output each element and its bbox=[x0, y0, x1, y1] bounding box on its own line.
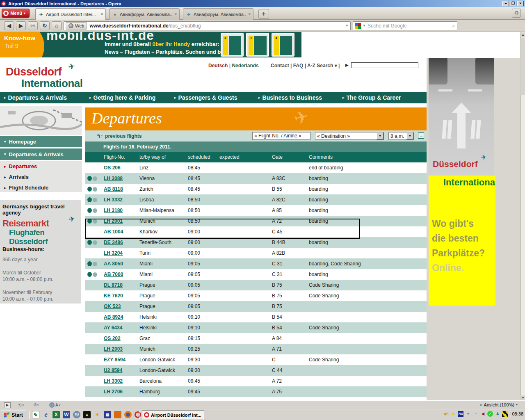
new-tab-button[interactable]: + bbox=[258, 9, 269, 19]
site-logo-line1[interactable]: Düsseldorf bbox=[6, 66, 62, 78]
flight-link[interactable]: AB 8924 bbox=[104, 314, 123, 320]
language-indicator[interactable]: RU bbox=[458, 411, 463, 417]
vertical-scrollbar[interactable]: ▲ ▼ bbox=[520, 32, 525, 400]
site-logo-line2[interactable]: International bbox=[21, 77, 83, 90]
search-icon[interactable]: ⌕ bbox=[452, 23, 455, 29]
nav-business[interactable]: ▸Business to Business bbox=[258, 92, 322, 103]
flight-link[interactable]: LH 3088 bbox=[104, 176, 123, 181]
flight-no-filter-input[interactable]: « Flight-No. / Airline » bbox=[252, 132, 310, 140]
volume-tray-icon[interactable]: ◀ bbox=[480, 411, 486, 417]
sidebar-item-homepage[interactable]: ▾Homepage bbox=[0, 136, 82, 147]
filter-go-button[interactable]: → bbox=[418, 132, 424, 139]
tab-close-icon[interactable]: × bbox=[100, 12, 103, 16]
nav-passengers-guests[interactable]: ▸Passengers & Guests bbox=[174, 92, 237, 103]
home-button[interactable]: ⌂ bbox=[52, 21, 62, 30]
google-search-field[interactable]: ▼ Suche mit Google ⌕ bbox=[353, 21, 457, 30]
start-button[interactable]: Start bbox=[1, 411, 26, 419]
scrollbar-thumb[interactable] bbox=[520, 38, 525, 95]
flight-link[interactable]: LH 3302 bbox=[104, 378, 123, 384]
floppy-save-icon[interactable]: ▤ bbox=[104, 411, 111, 418]
parking-ad-image[interactable]: Düsseldorf ✈ bbox=[429, 58, 494, 176]
tab-aviaforum-1[interactable]: ● Авиафорум. Авиакомпа... × bbox=[109, 8, 180, 20]
restore-button[interactable]: ❐ bbox=[510, 1, 516, 6]
web-badge[interactable]: Web bbox=[66, 22, 87, 30]
internet-explorer-icon[interactable]: e bbox=[42, 411, 50, 418]
flughafen-logo[interactable]: Flughafen Düsseldorf bbox=[9, 228, 81, 246]
flight-link[interactable]: LH 2001 bbox=[104, 218, 123, 224]
dropdown-arrow-icon[interactable]: ▼ bbox=[377, 132, 383, 139]
checker-tray-icon[interactable] bbox=[502, 411, 508, 417]
url-field[interactable]: Web www.duesseldorf-international.de/dus… bbox=[64, 21, 351, 30]
parking-ad-yellow[interactable]: International Wo gibt's die besten Parkp… bbox=[429, 176, 495, 306]
flight-link[interactable]: DE 3486 bbox=[104, 240, 123, 245]
nav-getting-here[interactable]: ▸Getting here & Parking bbox=[89, 92, 155, 103]
device-tray-icon[interactable]: ⌖ bbox=[465, 411, 471, 417]
forward-button[interactable]: ▶ bbox=[16, 21, 26, 30]
time-zoom-icon[interactable]: ◷ A ▾ bbox=[49, 402, 60, 408]
sidebar-item-departures[interactable]: ▸Departures bbox=[4, 163, 37, 169]
flight-link[interactable]: KE 7620 bbox=[104, 293, 123, 299]
thebat-icon[interactable]: ▲ bbox=[83, 411, 91, 418]
splat-app-icon[interactable]: ✶ bbox=[94, 411, 101, 418]
reisemarkt-logo[interactable]: Reisemarkt bbox=[2, 218, 49, 229]
time-filter-select[interactable]: 8 a.m.▼ bbox=[388, 132, 414, 140]
flight-link[interactable]: AB 1004 bbox=[104, 229, 123, 235]
firefox-icon[interactable] bbox=[124, 411, 132, 418]
search-go-icon[interactable]: ▶ bbox=[345, 63, 349, 67]
update-tray-icon[interactable]: ◔ bbox=[472, 411, 478, 417]
flight-link[interactable]: OK 523 bbox=[104, 304, 121, 309]
language-links[interactable]: Deutsch | Nederlands bbox=[208, 63, 259, 68]
sidebar-item-arrivals[interactable]: ▸Arrivals bbox=[4, 174, 29, 180]
flight-link[interactable]: AY 6434 bbox=[104, 325, 122, 331]
flight-link[interactable]: LH 2706 bbox=[104, 389, 123, 395]
header-links[interactable]: Contact | FAQ | A-Z Search ▾ | bbox=[271, 63, 340, 68]
book-app-icon[interactable] bbox=[114, 411, 121, 418]
search-engine-dropdown-icon[interactable]: ▼ bbox=[363, 24, 366, 27]
rewind-key-icon[interactable]: ⚯ bbox=[28, 21, 38, 30]
mobil-banner-ad[interactable]: Know-how Teil 9 mobil.dus-int.de Immer u… bbox=[0, 32, 301, 57]
flight-link[interactable]: LH 2003 bbox=[104, 346, 123, 352]
nav-group-career[interactable]: ▸The Group & Career bbox=[342, 92, 401, 103]
flight-link[interactable]: OS 206 bbox=[104, 165, 121, 171]
nav-departures-arrivals[interactable]: ▸Departures & Arrivals bbox=[4, 92, 67, 103]
tab-close-icon[interactable]: × bbox=[174, 12, 177, 16]
panels-toggle-icon[interactable]: ▶ bbox=[4, 402, 11, 408]
sync-icon[interactable]: ⟲▾ bbox=[18, 402, 24, 408]
opera-icon[interactable] bbox=[135, 411, 141, 418]
flight-link[interactable]: EZY 8594 bbox=[104, 357, 126, 363]
flight-link[interactable]: LH 3204 bbox=[104, 250, 123, 256]
tu-app-icon[interactable]: TU bbox=[73, 411, 80, 418]
window-titlebar[interactable]: Airport Düsseldorf International - Depar… bbox=[0, 0, 525, 7]
fit-width-icon[interactable]: ⥀▾ bbox=[34, 402, 39, 408]
flight-link[interactable]: LH 3180 bbox=[104, 208, 123, 213]
flight-link[interactable]: U2 8594 bbox=[104, 368, 122, 373]
minimize-button[interactable]: – bbox=[502, 1, 509, 6]
flight-link[interactable]: AA 8050 bbox=[104, 261, 123, 267]
closed-tabs-trash-icon[interactable]: ♻ bbox=[512, 9, 521, 18]
flight-link[interactable]: AB 8118 bbox=[104, 186, 123, 192]
tab-airport-duesseldorf[interactable]: ✈ Airport Düsseldorf Inter... × bbox=[35, 8, 106, 20]
flight-link[interactable]: DL 8718 bbox=[104, 282, 123, 288]
destination-filter-select[interactable]: « Destination »▼ bbox=[315, 132, 384, 140]
mail-compose-icon[interactable]: ✎ bbox=[32, 411, 39, 418]
close-button[interactable]: × bbox=[517, 1, 524, 6]
tab-close-icon[interactable]: × bbox=[248, 12, 251, 16]
dropdown-arrow-icon[interactable]: ▼ bbox=[406, 132, 413, 139]
agent-tray-icon[interactable]: ♟ bbox=[495, 411, 500, 417]
antivirus-check-icon[interactable]: ✓ bbox=[487, 411, 493, 417]
sidebar-item-flight-schedule[interactable]: ▸Flight Schedule bbox=[4, 185, 48, 191]
tab-aviaforum-2[interactable]: ✈ Авиафорум. Авиакомпа... × bbox=[183, 8, 253, 20]
word-icon[interactable]: W bbox=[63, 411, 70, 418]
flight-link[interactable]: AB 7000 bbox=[104, 272, 123, 277]
taskbar-task-opera[interactable]: Airport Düsseldorf Int... bbox=[142, 411, 204, 419]
flight-link[interactable]: LH 3332 bbox=[104, 197, 123, 203]
reload-button[interactable]: ↻ bbox=[40, 21, 50, 30]
scroll-up-icon[interactable]: ▲ bbox=[520, 32, 525, 37]
view-zoom-control[interactable]: ⌕ Ansicht (100%) ▾ bbox=[479, 402, 518, 407]
opera-menu-button[interactable]: Menü ▾ bbox=[2, 9, 30, 18]
volume-muted-icon[interactable]: ◀× bbox=[443, 411, 449, 417]
diamond-tray-icon[interactable]: ◆ bbox=[450, 411, 456, 417]
back-button[interactable]: ◀ bbox=[4, 21, 14, 30]
flight-link[interactable]: OS 202 bbox=[104, 336, 121, 341]
sidebar-item-departures-arrivals[interactable]: ▾Departures & Arrivals bbox=[0, 148, 82, 160]
